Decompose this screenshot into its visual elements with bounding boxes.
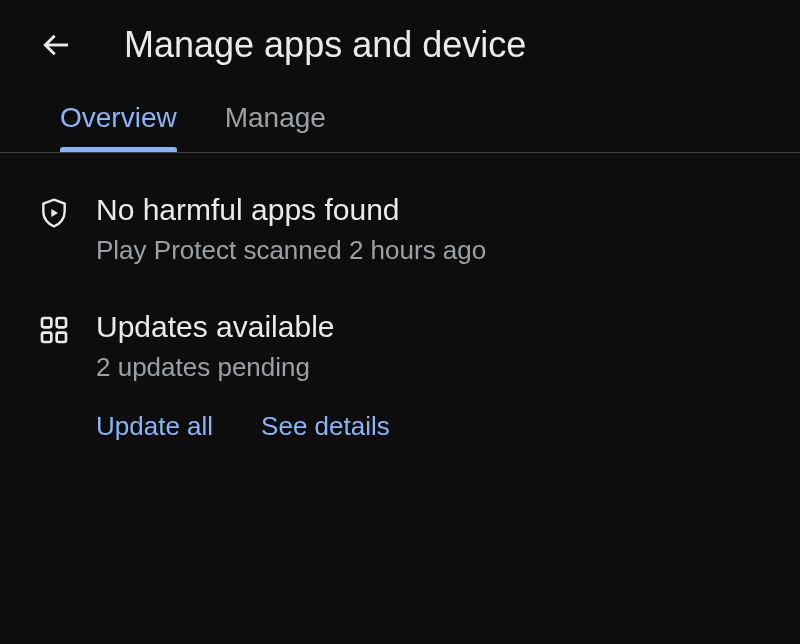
page-title: Manage apps and device — [124, 24, 526, 66]
tab-label: Manage — [225, 102, 326, 133]
back-button[interactable] — [36, 25, 76, 65]
header: Manage apps and device — [0, 0, 800, 88]
update-all-button[interactable]: Update all — [96, 411, 213, 442]
section-body: Updates available 2 updates pending Upda… — [96, 310, 776, 442]
tab-manage[interactable]: Manage — [201, 88, 350, 152]
tabs: Overview Manage — [0, 88, 800, 153]
svg-rect-1 — [42, 318, 51, 327]
svg-rect-4 — [57, 333, 66, 342]
apps-grid-icon — [24, 310, 96, 346]
play-protect-section[interactable]: No harmful apps found Play Protect scann… — [24, 193, 776, 266]
svg-rect-2 — [57, 318, 66, 327]
arrow-left-icon — [40, 29, 72, 61]
updates-title: Updates available — [96, 310, 776, 344]
section-body: No harmful apps found Play Protect scann… — [96, 193, 776, 266]
shield-play-icon — [24, 193, 96, 229]
tab-label: Overview — [60, 102, 177, 133]
svg-rect-3 — [42, 333, 51, 342]
see-details-button[interactable]: See details — [261, 411, 390, 442]
tab-overview[interactable]: Overview — [36, 88, 201, 152]
protect-subtitle: Play Protect scanned 2 hours ago — [96, 235, 776, 266]
content: No harmful apps found Play Protect scann… — [0, 153, 800, 442]
updates-actions: Update all See details — [96, 411, 776, 442]
updates-section[interactable]: Updates available 2 updates pending Upda… — [24, 310, 776, 442]
protect-title: No harmful apps found — [96, 193, 776, 227]
updates-subtitle: 2 updates pending — [96, 352, 776, 383]
